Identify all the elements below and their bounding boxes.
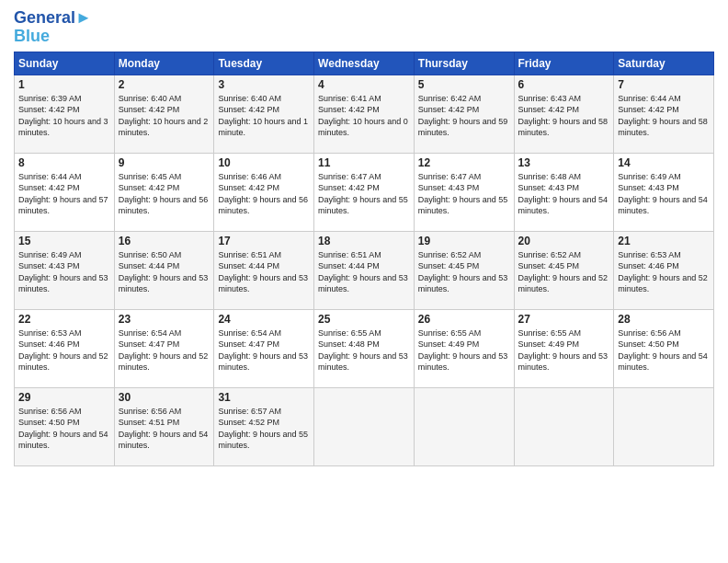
day-header-friday: Friday [514,52,614,75]
day-number: 18 [318,235,410,247]
calendar-cell: 25Sunrise: 6:55 AMSunset: 4:48 PMDayligh… [314,309,415,387]
calendar-page: General► Blue SundayMondayTuesdayWednesd… [0,0,728,563]
day-number: 21 [618,235,710,247]
day-number: 5 [418,78,510,91]
cell-content: Sunrise: 6:49 AMSunset: 4:43 PMDaylight:… [618,171,710,217]
day-number: 1 [18,78,110,91]
cell-content: Sunrise: 6:45 AMSunset: 4:42 PMDaylight:… [119,171,210,217]
calendar-cell: 21Sunrise: 6:53 AMSunset: 4:46 PMDayligh… [614,231,714,309]
calendar-cell: 14Sunrise: 6:49 AMSunset: 4:43 PMDayligh… [614,153,714,231]
day-number: 27 [518,313,610,326]
calendar-cell: 20Sunrise: 6:52 AMSunset: 4:45 PMDayligh… [514,231,614,309]
day-number: 28 [618,313,710,326]
cell-content: Sunrise: 6:51 AMSunset: 4:44 PMDaylight:… [318,249,410,295]
day-number: 13 [518,156,610,169]
cell-content: Sunrise: 6:57 AMSunset: 4:52 PMDaylight:… [218,406,310,452]
calendar-cell: 18Sunrise: 6:51 AMSunset: 4:44 PMDayligh… [314,231,415,309]
calendar-cell: 26Sunrise: 6:55 AMSunset: 4:49 PMDayligh… [414,309,514,387]
day-number: 20 [518,235,610,247]
day-number: 31 [218,391,310,404]
cell-content: Sunrise: 6:56 AMSunset: 4:50 PMDaylight:… [618,327,710,373]
cell-content: Sunrise: 6:56 AMSunset: 4:51 PMDaylight:… [119,406,210,452]
day-number: 8 [18,156,110,169]
calendar-cell: 22Sunrise: 6:53 AMSunset: 4:46 PMDayligh… [15,309,115,387]
cell-content: Sunrise: 6:52 AMSunset: 4:45 PMDaylight:… [518,249,610,295]
cell-content: Sunrise: 6:53 AMSunset: 4:46 PMDaylight:… [18,327,110,373]
calendar-cell: 9Sunrise: 6:45 AMSunset: 4:42 PMDaylight… [114,153,214,231]
cell-content: Sunrise: 6:43 AMSunset: 4:42 PMDaylight:… [518,93,610,139]
week-row-5: 29Sunrise: 6:56 AMSunset: 4:50 PMDayligh… [15,387,714,465]
calendar-cell [614,387,714,465]
day-header-sunday: Sunday [15,52,115,75]
day-number: 19 [418,235,510,247]
cell-content: Sunrise: 6:54 AMSunset: 4:47 PMDaylight:… [119,327,210,373]
day-number: 30 [119,391,210,404]
day-number: 25 [318,313,410,326]
calendar-cell: 6Sunrise: 6:43 AMSunset: 4:42 PMDaylight… [514,75,614,153]
cell-content: Sunrise: 6:55 AMSunset: 4:49 PMDaylight:… [518,327,610,373]
logo: General► Blue [14,9,92,46]
cell-content: Sunrise: 6:53 AMSunset: 4:46 PMDaylight:… [618,249,710,295]
calendar-body: 1Sunrise: 6:39 AMSunset: 4:42 PMDaylight… [15,75,714,465]
day-number: 3 [218,78,310,91]
calendar-cell: 4Sunrise: 6:41 AMSunset: 4:42 PMDaylight… [314,75,415,153]
calendar-cell: 15Sunrise: 6:49 AMSunset: 4:43 PMDayligh… [15,231,115,309]
calendar-cell: 17Sunrise: 6:51 AMSunset: 4:44 PMDayligh… [214,231,314,309]
calendar-cell: 19Sunrise: 6:52 AMSunset: 4:45 PMDayligh… [414,231,514,309]
calendar-cell: 31Sunrise: 6:57 AMSunset: 4:52 PMDayligh… [214,387,314,465]
calendar-cell: 27Sunrise: 6:55 AMSunset: 4:49 PMDayligh… [514,309,614,387]
day-number: 6 [518,78,610,91]
day-number: 7 [618,78,710,91]
day-number: 14 [618,156,710,169]
day-number: 16 [119,235,210,247]
cell-content: Sunrise: 6:46 AMSunset: 4:42 PMDaylight:… [218,171,310,217]
cell-content: Sunrise: 6:49 AMSunset: 4:43 PMDaylight:… [18,249,110,295]
calendar-cell: 23Sunrise: 6:54 AMSunset: 4:47 PMDayligh… [114,309,214,387]
calendar-cell: 24Sunrise: 6:54 AMSunset: 4:47 PMDayligh… [214,309,314,387]
day-number: 12 [418,156,510,169]
day-number: 22 [18,313,110,326]
cell-content: Sunrise: 6:44 AMSunset: 4:42 PMDaylight:… [618,93,710,139]
calendar-cell: 13Sunrise: 6:48 AMSunset: 4:43 PMDayligh… [514,153,614,231]
calendar-cell: 30Sunrise: 6:56 AMSunset: 4:51 PMDayligh… [114,387,214,465]
day-number: 23 [119,313,210,326]
calendar-cell: 2Sunrise: 6:40 AMSunset: 4:42 PMDaylight… [114,75,214,153]
day-number: 26 [418,313,510,326]
calendar-cell: 28Sunrise: 6:56 AMSunset: 4:50 PMDayligh… [614,309,714,387]
logo-subtext: Blue [14,28,50,46]
cell-content: Sunrise: 6:48 AMSunset: 4:43 PMDaylight:… [518,171,610,217]
day-number: 17 [218,235,310,247]
calendar-cell: 11Sunrise: 6:47 AMSunset: 4:42 PMDayligh… [314,153,415,231]
calendar-cell: 8Sunrise: 6:44 AMSunset: 4:42 PMDaylight… [15,153,115,231]
calendar-cell: 29Sunrise: 6:56 AMSunset: 4:50 PMDayligh… [15,387,115,465]
day-header-tuesday: Tuesday [214,52,314,75]
calendar-header-row: SundayMondayTuesdayWednesdayThursdayFrid… [15,52,714,75]
day-number: 2 [119,78,210,91]
cell-content: Sunrise: 6:56 AMSunset: 4:50 PMDaylight:… [18,406,110,452]
day-number: 15 [18,235,110,247]
calendar-cell [514,387,614,465]
cell-content: Sunrise: 6:40 AMSunset: 4:42 PMDaylight:… [218,93,310,139]
calendar-cell: 10Sunrise: 6:46 AMSunset: 4:42 PMDayligh… [214,153,314,231]
calendar-cell: 7Sunrise: 6:44 AMSunset: 4:42 PMDaylight… [614,75,714,153]
week-row-1: 1Sunrise: 6:39 AMSunset: 4:42 PMDaylight… [15,75,714,153]
day-number: 4 [318,78,410,91]
day-number: 11 [318,156,410,169]
cell-content: Sunrise: 6:55 AMSunset: 4:48 PMDaylight:… [318,327,410,373]
cell-content: Sunrise: 6:42 AMSunset: 4:42 PMDaylight:… [418,93,510,139]
cell-content: Sunrise: 6:41 AMSunset: 4:42 PMDaylight:… [318,93,410,139]
cell-content: Sunrise: 6:54 AMSunset: 4:47 PMDaylight:… [218,327,310,373]
cell-content: Sunrise: 6:39 AMSunset: 4:42 PMDaylight:… [18,93,110,139]
week-row-4: 22Sunrise: 6:53 AMSunset: 4:46 PMDayligh… [15,309,714,387]
cell-content: Sunrise: 6:50 AMSunset: 4:44 PMDaylight:… [119,249,210,295]
calendar-table: SundayMondayTuesdayWednesdayThursdayFrid… [14,52,714,466]
cell-content: Sunrise: 6:55 AMSunset: 4:49 PMDaylight:… [418,327,510,373]
logo-text: General► [14,9,92,28]
calendar-cell: 12Sunrise: 6:47 AMSunset: 4:43 PMDayligh… [414,153,514,231]
day-header-monday: Monday [114,52,214,75]
day-header-saturday: Saturday [614,52,714,75]
day-number: 10 [218,156,310,169]
cell-content: Sunrise: 6:47 AMSunset: 4:43 PMDaylight:… [418,171,510,217]
calendar-cell [314,387,415,465]
day-number: 29 [18,391,110,404]
